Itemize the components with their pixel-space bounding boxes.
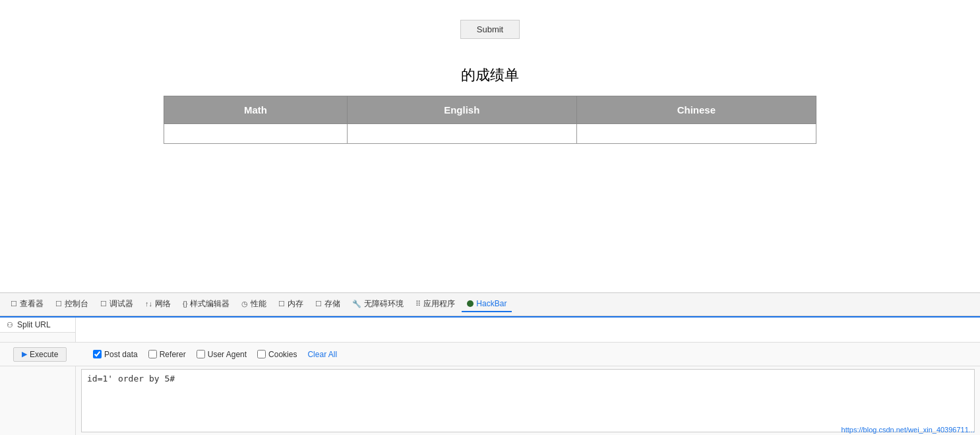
submit-area: Submit — [460, 20, 520, 39]
submit-button[interactable]: Submit — [460, 20, 520, 39]
main-content: Submit 的成绩单 Math English Chinese — [0, 0, 980, 284]
col-header-english: English — [347, 96, 576, 124]
page-title: 的成绩单 — [461, 65, 519, 85]
cell-english — [347, 124, 576, 144]
col-header-chinese: Chinese — [576, 96, 816, 124]
cell-chinese — [576, 124, 816, 144]
col-header-math: Math — [164, 96, 348, 124]
grade-table: Math English Chinese — [164, 96, 816, 144]
table-header-row: Math English Chinese — [164, 96, 816, 124]
table-row — [164, 124, 816, 144]
cell-math — [164, 124, 348, 144]
